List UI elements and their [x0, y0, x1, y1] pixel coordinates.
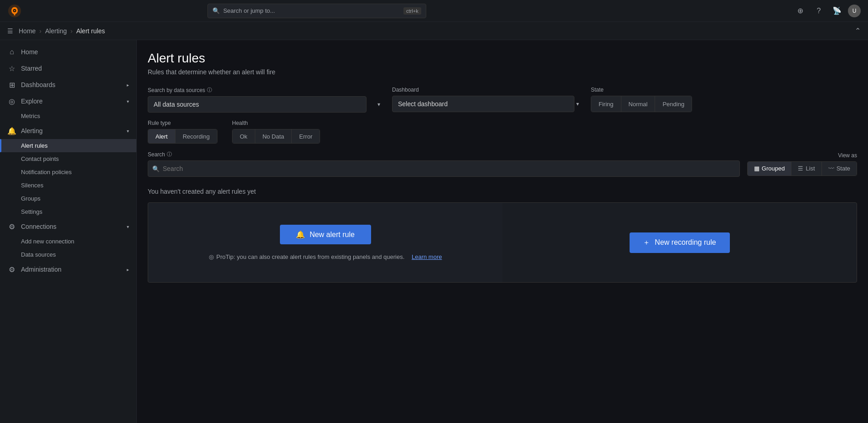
datasource-filter-group: Search by data sources ⓘ All data source…	[148, 87, 385, 113]
filters-row-2: Rule type Alert Recording Health Ok No D…	[148, 120, 857, 144]
list-icon: ☰	[798, 165, 803, 172]
state-buttons: Firing Normal Pending	[591, 96, 692, 112]
search-placeholder-text: Search or jump to...	[223, 7, 275, 14]
user-avatar[interactable]: U	[848, 5, 861, 17]
datasource-select-wrapper: All data sources	[148, 96, 385, 113]
sidebar-item-home[interactable]: ⌂ Home	[0, 44, 136, 60]
datasource-label: Search by data sources ⓘ	[148, 87, 385, 93]
svg-point-2	[14, 10, 16, 11]
state-label: State	[591, 87, 692, 93]
sidebar-groups-label: Groups	[21, 195, 41, 202]
sidebar-sub-metrics[interactable]: Metrics	[0, 109, 136, 123]
health-nodata-button[interactable]: No Data	[255, 129, 292, 143]
chevron-right-icon: ▸	[127, 267, 129, 272]
sidebar-alert-rules-label: Alert rules	[21, 142, 48, 149]
sidebar-item-starred[interactable]: ☆ Starred	[0, 60, 136, 77]
sidebar-item-alerting[interactable]: 🔔 Alerting ▾	[0, 123, 136, 139]
sidebar-sub-alert-rules[interactable]: Alert rules	[0, 139, 136, 152]
sidebar-sub-add-connection[interactable]: Add new connection	[0, 235, 136, 248]
dashboard-select[interactable]: Select dashboard	[392, 96, 574, 112]
main-content: Alert rules Rules that determine whether…	[137, 40, 868, 423]
state-pending-button[interactable]: Pending	[655, 96, 692, 112]
sidebar-item-dashboards[interactable]: ⊞ Dashboards ▸	[0, 77, 136, 93]
state-firing-button[interactable]: Firing	[591, 96, 621, 112]
home-icon: ⌂	[7, 47, 16, 57]
sidebar-contact-points-label: Contact points	[21, 155, 59, 162]
admin-icon: ⚙	[7, 265, 16, 274]
news-button[interactable]: 📡	[830, 4, 844, 18]
view-as-state-button[interactable]: 〰 State	[822, 162, 857, 175]
datasource-select[interactable]: All data sources	[148, 96, 367, 113]
dashboard-icon: ⊞	[7, 80, 16, 89]
sidebar-sub-groups[interactable]: Groups	[0, 192, 136, 205]
collapse-icon[interactable]: ⌃	[855, 26, 861, 35]
filters-row-1: Search by data sources ⓘ All data source…	[148, 87, 857, 113]
sidebar-notification-policies-label: Notification policies	[21, 169, 72, 175]
state-normal-button[interactable]: Normal	[621, 96, 656, 112]
sidebar-add-connection-label: Add new connection	[21, 238, 74, 245]
sidebar-sub-notification-policies[interactable]: Notification policies	[0, 165, 136, 179]
new-alert-rule-button[interactable]: 🔔 New alert rule	[280, 225, 371, 244]
main-layout: ⌂ Home ☆ Starred ⊞ Dashboards ▸ ◎ Explor…	[0, 40, 868, 423]
global-search[interactable]: 🔍 Search or jump to... ctrl+k	[207, 4, 426, 18]
rule-type-alert-button[interactable]: Alert	[148, 129, 176, 143]
sidebar-starred-label: Starred	[21, 65, 42, 72]
view-as-list-button[interactable]: ☰ List	[791, 162, 822, 175]
search-input[interactable]	[148, 160, 740, 177]
sidebar-sub-data-sources[interactable]: Data sources	[0, 248, 136, 261]
view-as-group: View as ▦ Grouped ☰ List 〰 State	[747, 152, 857, 176]
state-icon: 〰	[828, 165, 834, 172]
page-subtitle: Rules that determine whether an alert wi…	[148, 68, 857, 76]
bell-icon: 🔔	[7, 126, 16, 135]
add-button[interactable]: ⊕	[793, 4, 808, 18]
star-icon: ☆	[7, 64, 16, 73]
sidebar-explore-label: Explore	[21, 98, 42, 105]
help-button[interactable]: ?	[811, 4, 826, 18]
search-label: Search ⓘ	[148, 151, 740, 158]
breadcrumb-sep-2: ›	[71, 27, 73, 35]
grafana-logo[interactable]	[7, 4, 22, 18]
health-error-button[interactable]: Error	[292, 129, 320, 143]
rule-type-label: Rule type	[148, 120, 217, 126]
search-info-icon[interactable]: ⓘ	[167, 151, 172, 158]
breadcrumb-home[interactable]: Home	[19, 27, 36, 35]
explore-icon: ◎	[7, 97, 16, 106]
topbar-right: ⊕ ? 📡 U	[793, 4, 861, 18]
search-icon: 🔍	[212, 7, 220, 14]
cta-section: 🔔 New alert rule ◎ ProTip: you can also …	[148, 202, 857, 283]
protip-text: ◎ ProTip: you can also create alert rule…	[209, 253, 442, 260]
sidebar-sub-contact-points[interactable]: Contact points	[0, 152, 136, 165]
sidebar-sub-settings[interactable]: Settings	[0, 205, 136, 218]
new-recording-rule-button[interactable]: ＋ New recording rule	[630, 232, 730, 253]
breadcrumb-alerting[interactable]: Alerting	[45, 27, 67, 35]
sidebar-connections-label: Connections	[21, 223, 57, 230]
rule-type-group: Rule type Alert Recording	[148, 120, 217, 144]
dashboard-select-wrapper: Select dashboard	[392, 96, 584, 112]
search-icon-input: 🔍	[152, 165, 160, 172]
datasource-info-icon[interactable]: ⓘ	[207, 87, 212, 93]
sidebar-item-administration[interactable]: ⚙ Administration ▸	[0, 261, 136, 278]
learn-more-link[interactable]: Learn more	[412, 253, 442, 260]
sidebar-sub-silences[interactable]: Silences	[0, 179, 136, 192]
sidebar-metrics-label: Metrics	[21, 113, 40, 119]
sidebar-item-explore[interactable]: ◎ Explore ▾	[0, 93, 136, 109]
search-input-wrapper: 🔍	[148, 160, 740, 177]
plus-icon: ⊕	[797, 6, 803, 15]
chevron-down-icon-4: ▾	[127, 224, 129, 229]
sidebar: ⌂ Home ☆ Starred ⊞ Dashboards ▸ ◎ Explor…	[0, 40, 137, 423]
bell-icon-btn: 🔔	[296, 230, 305, 239]
rule-type-recording-button[interactable]: Recording	[176, 129, 217, 143]
rss-icon: 📡	[832, 6, 842, 15]
dashboard-filter-group: Dashboard Select dashboard	[392, 87, 584, 112]
connections-icon: ⚙	[7, 222, 16, 231]
health-toggle: Ok No Data Error	[232, 129, 320, 144]
view-as-grouped-button[interactable]: ▦ Grouped	[748, 162, 792, 175]
health-ok-button[interactable]: Ok	[232, 129, 255, 143]
topbar: 🔍 Search or jump to... ctrl+k ⊕ ? 📡 U	[0, 0, 868, 22]
sidebar-item-connections[interactable]: ⚙ Connections ▾	[0, 218, 136, 235]
state-filter-group: State Firing Normal Pending	[591, 87, 692, 112]
hamburger-menu[interactable]: ☰	[7, 27, 13, 35]
health-group: Health Ok No Data Error	[232, 120, 320, 144]
sidebar-home-label: Home	[21, 48, 38, 56]
health-label: Health	[232, 120, 320, 126]
